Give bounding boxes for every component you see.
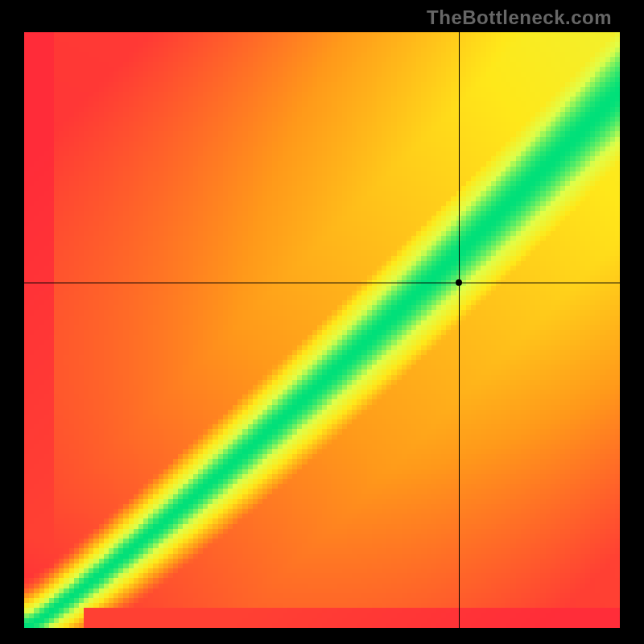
heatmap-canvas	[24, 32, 620, 628]
chart-frame: TheBottleneck.com	[0, 0, 644, 644]
crosshair-vertical	[459, 32, 460, 628]
marker-dot	[456, 279, 462, 286]
crosshair-horizontal	[24, 283, 620, 283]
plot-area	[24, 32, 620, 628]
watermark-text: TheBottleneck.com	[427, 6, 612, 29]
